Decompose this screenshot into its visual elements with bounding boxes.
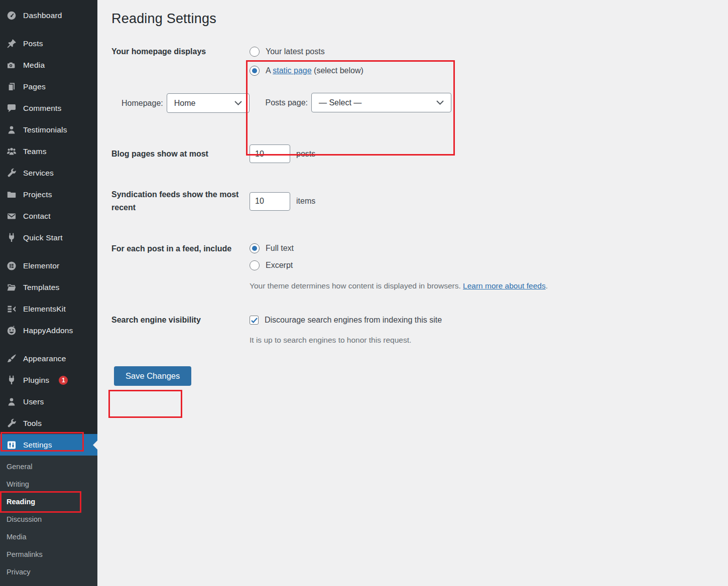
static-page-radio[interactable] — [250, 66, 260, 76]
excerpt-label: Excerpt — [266, 261, 293, 270]
sidebar-item-teams[interactable]: Teams — [0, 140, 97, 162]
person-icon — [6, 396, 17, 407]
syndication-row: Syndication feeds show the most recent i… — [111, 188, 708, 214]
sidebar-item-label: ElementsKit — [23, 305, 66, 314]
sidebar-item-label: Plugins — [23, 376, 49, 385]
dashboard-icon — [6, 10, 17, 21]
feed-include-row: For each post in a feed, include Full te… — [111, 242, 708, 291]
sidebar-item-label: Testimonials — [23, 125, 67, 134]
sidebar-item-dashboard[interactable]: Dashboard — [0, 5, 97, 26]
posts-page-select-value: — Select — — [319, 98, 361, 107]
feed-include-label: For each post in a feed, include — [111, 242, 250, 291]
learn-more-feeds-link[interactable]: Learn more about feeds — [463, 281, 546, 290]
latest-posts-option: Your latest posts — [250, 46, 708, 58]
blog-pages-row: Blog pages show at most posts — [111, 144, 708, 163]
submenu-item-permalinks[interactable]: Permalinks — [0, 546, 97, 563]
plugins-update-badge: 1 — [59, 376, 68, 385]
sidebar-item-elementor[interactable]: Elementor — [0, 255, 97, 276]
sidebar-item-label: Teams — [23, 147, 47, 156]
sidebar-item-label: Posts — [23, 39, 43, 48]
admin-menu: Dashboard Posts Media Pages Commen — [0, 0, 97, 456]
posts-page-select[interactable]: — Select — — [311, 93, 451, 112]
save-area: Save Changes — [111, 366, 708, 386]
group-icon — [6, 146, 17, 157]
static-page-label: A static page (select below) — [266, 66, 363, 75]
sidebar-item-comments[interactable]: Comments — [0, 97, 97, 119]
sidebar-item-templates[interactable]: Templates — [0, 276, 97, 298]
menu-separator — [0, 341, 97, 348]
elementskit-icon — [6, 304, 17, 315]
sidebar-item-label: Elementor — [23, 261, 59, 270]
save-changes-button[interactable]: Save Changes — [114, 366, 191, 386]
paintbrush-icon — [6, 353, 17, 364]
sidebar-item-media[interactable]: Media — [0, 54, 97, 76]
latest-posts-radio[interactable] — [250, 47, 260, 57]
comment-icon — [6, 103, 17, 114]
submenu-item-discussion[interactable]: Discussion — [0, 511, 97, 528]
search-visibility-row: Search engine visibility Discourage sear… — [111, 314, 708, 346]
discourage-option: Discourage search engines from indexing … — [250, 314, 708, 326]
sidebar-item-settings[interactable]: Settings — [0, 434, 97, 456]
latest-posts-label: Your latest posts — [266, 47, 325, 56]
sidebar-item-label: Users — [23, 397, 44, 406]
submenu-item-general[interactable]: General — [0, 458, 97, 476]
sidebar-item-projects[interactable]: Projects — [0, 184, 97, 205]
blog-pages-input[interactable] — [250, 144, 290, 163]
sidebar-item-pages[interactable]: Pages — [0, 76, 97, 97]
admin-sidebar: Dashboard Posts Media Pages Commen — [0, 0, 97, 586]
sidebar-item-label: Templates — [23, 283, 59, 292]
sidebar-item-plugins[interactable]: Plugins 1 — [0, 369, 97, 391]
submenu-item-reading[interactable]: Reading — [0, 493, 97, 511]
syndication-unit: items — [296, 197, 315, 206]
syndication-input[interactable] — [250, 192, 290, 211]
menu-separator — [0, 26, 97, 33]
homepage-select[interactable]: Home — [167, 93, 250, 113]
submenu-item-privacy[interactable]: Privacy — [0, 563, 97, 581]
sidebar-item-label: Tools — [23, 419, 42, 428]
sidebar-item-users[interactable]: Users — [0, 391, 97, 412]
sidebar-item-contact[interactable]: Contact — [0, 205, 97, 227]
sidebar-item-label: Dashboard — [23, 11, 62, 20]
posts-page-select-row: Posts page: — Select — — [250, 92, 708, 113]
submenu-item-media[interactable]: Media — [0, 528, 97, 546]
sidebar-item-label: Quick Start — [23, 233, 63, 242]
homepage-select-label: Homepage: — [122, 99, 163, 108]
sidebar-item-quick-start[interactable]: Quick Start — [0, 227, 97, 248]
sidebar-item-posts[interactable]: Posts — [0, 33, 97, 54]
static-page-link[interactable]: static page — [273, 66, 311, 75]
sidebar-item-label: Settings — [23, 441, 52, 450]
pushpin-icon — [6, 38, 17, 49]
sidebar-item-appearance[interactable]: Appearance — [0, 348, 97, 369]
sidebar-item-happyaddons[interactable]: HappyAddons — [0, 320, 97, 341]
sidebar-item-label: Pages — [23, 82, 46, 91]
discourage-checkbox[interactable] — [250, 316, 259, 325]
reading-settings-page: Reading Settings Your homepage displays … — [97, 0, 728, 406]
sidebar-item-elementskit[interactable]: ElementsKit — [0, 298, 97, 320]
settings-sliders-icon — [6, 439, 17, 451]
menu-separator — [0, 248, 97, 255]
smiley-icon — [6, 325, 17, 336]
homepage-displays-label: Your homepage displays — [111, 46, 250, 77]
homepage-displays-row: Your homepage displays Your latest posts… — [111, 46, 708, 113]
sidebar-item-tools[interactable]: Tools — [0, 412, 97, 434]
submenu-item-writing[interactable]: Writing — [0, 476, 97, 493]
sidebar-item-testimonials[interactable]: Testimonials — [0, 119, 97, 140]
plug-icon — [6, 375, 17, 386]
homepage-select-row: Homepage: Home — [111, 93, 250, 113]
excerpt-radio[interactable] — [250, 260, 260, 270]
search-visibility-label: Search engine visibility — [111, 314, 250, 346]
folder-icon — [6, 189, 17, 200]
sidebar-item-label: Appearance — [23, 354, 66, 363]
blog-pages-unit: posts — [296, 150, 315, 159]
wrench-icon — [6, 168, 17, 179]
settings-submenu: General Writing Reading Discussion Media… — [0, 456, 97, 586]
plug-icon — [6, 232, 17, 243]
tools-icon — [6, 418, 17, 429]
sidebar-item-services[interactable]: Services — [0, 162, 97, 184]
syndication-label: Syndication feeds show the most recent — [111, 188, 250, 214]
discourage-label: Discourage search engines from indexing … — [265, 316, 442, 325]
full-text-label: Full text — [266, 244, 294, 253]
homepage-select-value: Home — [174, 99, 196, 108]
full-text-radio[interactable] — [250, 243, 260, 253]
excerpt-option: Excerpt — [250, 259, 708, 271]
